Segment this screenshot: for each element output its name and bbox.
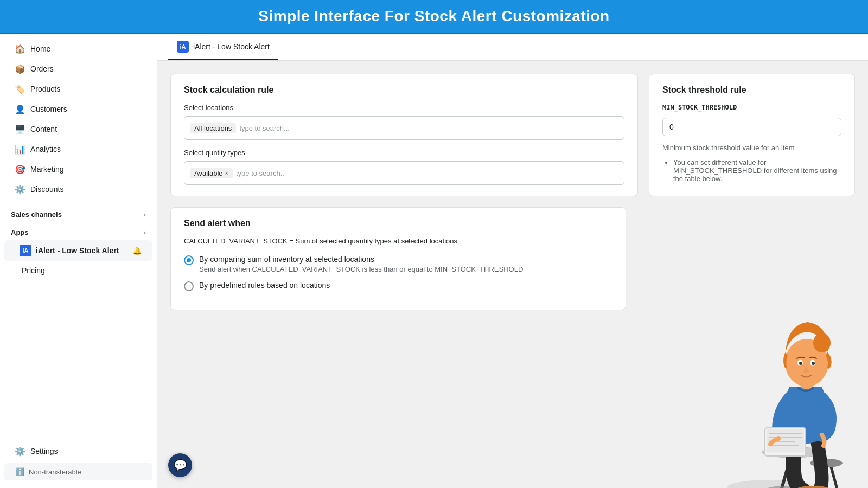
sidebar-item-customers[interactable]: 👤 Customers bbox=[4, 99, 152, 119]
all-locations-tag[interactable]: All locations bbox=[190, 123, 236, 133]
radio-label-1: By comparing sum of inventory at selecte… bbox=[199, 255, 523, 264]
non-transferable-label: Non-transferable bbox=[29, 468, 81, 476]
svg-line-1 bbox=[781, 452, 792, 488]
sidebar-label-orders: Orders bbox=[30, 65, 54, 73]
svg-point-23 bbox=[812, 362, 815, 365]
select-qty-types-label: Select quntity types bbox=[184, 149, 624, 157]
radio-circle-2[interactable] bbox=[184, 281, 194, 291]
svg-point-20 bbox=[797, 360, 803, 366]
sidebar-item-home[interactable]: 🏠 Home bbox=[4, 39, 152, 59]
radio-sublabel-1: Send alert when CALCULATED_VARIANT_STOCK… bbox=[199, 265, 523, 273]
sidebar-item-content[interactable]: 🖥️ Content bbox=[4, 119, 152, 139]
radio-option-1[interactable]: By comparing sum of inventory at selecte… bbox=[184, 255, 612, 273]
radio-option-2[interactable]: By predefined rules based on locations bbox=[184, 281, 612, 291]
sidebar-pricing-label: Pricing bbox=[22, 266, 45, 275]
content-icon: 🖥️ bbox=[15, 124, 25, 134]
sidebar-label-customers: Customers bbox=[30, 105, 67, 113]
customers-icon: 👤 bbox=[15, 104, 25, 114]
svg-point-9 bbox=[792, 484, 817, 488]
qty-types-tag-input[interactable]: Available × type to search... bbox=[184, 161, 624, 185]
sidebar-label-analytics: Analytics bbox=[30, 145, 61, 153]
app-icon-box: iA bbox=[20, 245, 31, 256]
min-stock-input[interactable] bbox=[662, 118, 841, 136]
banner: Simple Interface For Stock Alert Customi… bbox=[0, 0, 868, 34]
orders-icon: 📦 bbox=[15, 64, 25, 74]
info-icon: ℹ️ bbox=[15, 467, 24, 476]
svg-point-18 bbox=[785, 339, 828, 387]
send-alert-card: Send alert when CALCULTED_VARIANT_STOCK … bbox=[170, 207, 626, 310]
analytics-icon: 📊 bbox=[15, 144, 25, 154]
stock-calculation-rule-card: Stock calculation rule Select locations … bbox=[170, 74, 638, 196]
sidebar: 🏠 Home 📦 Orders 🏷️ Products 👤 Customers … bbox=[0, 34, 157, 488]
marketing-icon: 🎯 bbox=[15, 164, 25, 174]
sidebar-label-content: Content bbox=[30, 125, 57, 133]
locations-search-placeholder: type to search... bbox=[239, 124, 290, 132]
tab-ialert[interactable]: iA iAlert - Low Stock Alert bbox=[168, 34, 278, 60]
svg-point-19 bbox=[813, 333, 831, 352]
svg-point-21 bbox=[810, 360, 815, 366]
person-svg bbox=[662, 268, 868, 488]
calc-rule-title: Stock calculation rule bbox=[184, 85, 624, 95]
sidebar-pricing[interactable]: Pricing bbox=[4, 262, 152, 279]
home-icon: 🏠 bbox=[15, 44, 25, 54]
threshold-rule-title: Stock threshold rule bbox=[662, 85, 841, 95]
sidebar-app-name: iAlert - Low Stock Alert bbox=[36, 246, 119, 255]
sales-channels-section[interactable]: Sales channels › bbox=[0, 204, 157, 222]
apps-label: Apps bbox=[11, 228, 29, 236]
sidebar-label-products: Products bbox=[30, 85, 60, 93]
svg-point-2 bbox=[765, 486, 808, 488]
banner-title: Simple Interface For Stock Alert Customi… bbox=[258, 8, 609, 24]
formula-text: CALCULTED_VARIANT_STOCK = Sum of selecte… bbox=[184, 237, 612, 245]
svg-point-22 bbox=[799, 362, 802, 365]
sidebar-settings-label: Settings bbox=[30, 447, 58, 455]
tab-bar: iA iAlert - Low Stock Alert bbox=[157, 34, 868, 61]
apps-section[interactable]: Apps › bbox=[0, 222, 157, 240]
min-stock-field-label: MIN_STOCK_THRESHOLD bbox=[662, 104, 841, 111]
non-transferable-badge: ℹ️ Non-transferable bbox=[4, 463, 152, 480]
select-locations-label: Select locations bbox=[184, 104, 624, 112]
chevron-right-icon: › bbox=[144, 211, 146, 219]
illustration-area bbox=[662, 268, 868, 488]
available-tag-close[interactable]: × bbox=[225, 170, 228, 176]
sidebar-item-products[interactable]: 🏷️ Products bbox=[4, 79, 152, 99]
sidebar-label-home: Home bbox=[30, 44, 50, 53]
svg-rect-5 bbox=[774, 436, 784, 439]
available-tag[interactable]: Available × bbox=[190, 168, 233, 178]
svg-rect-17 bbox=[800, 374, 813, 389]
svg-point-10 bbox=[807, 485, 832, 488]
discounts-icon: ⚙️ bbox=[15, 184, 25, 194]
sidebar-item-analytics[interactable]: 📊 Analytics bbox=[4, 139, 152, 159]
sidebar-item-marketing[interactable]: 🎯 Marketing bbox=[4, 159, 152, 179]
chat-icon: 💬 bbox=[174, 459, 187, 472]
svg-rect-4 bbox=[773, 436, 785, 450]
notification-bell-icon: 🔔 bbox=[132, 246, 142, 255]
svg-rect-11 bbox=[765, 428, 806, 456]
radio-circle-1[interactable] bbox=[184, 255, 194, 265]
min-stock-hint: Minimum stock threshold value for an ite… bbox=[662, 144, 841, 152]
tab-app-icon: iA bbox=[177, 41, 189, 53]
svg-point-3 bbox=[762, 447, 822, 458]
sidebar-item-discounts[interactable]: ⚙️ Discounts bbox=[4, 179, 152, 199]
locations-tag-input[interactable]: All locations type to search... bbox=[184, 116, 624, 140]
apps-chevron-icon: › bbox=[144, 229, 146, 236]
svg-point-0 bbox=[727, 480, 814, 488]
sidebar-settings[interactable]: ⚙️ Settings bbox=[4, 441, 152, 461]
svg-point-8 bbox=[810, 459, 843, 467]
sidebar-item-orders[interactable]: 📦 Orders bbox=[4, 59, 152, 79]
tab-label: iAlert - Low Stock Alert bbox=[193, 42, 270, 51]
threshold-bullet-item: You can set different value for MIN_STOC… bbox=[673, 158, 837, 183]
send-alert-title: Send alert when bbox=[184, 219, 612, 228]
chat-button[interactable]: 💬 bbox=[168, 453, 192, 477]
settings-icon: ⚙️ bbox=[15, 446, 25, 456]
sales-channels-label: Sales channels bbox=[11, 210, 62, 219]
sidebar-label-discounts: Discounts bbox=[30, 185, 63, 194]
stock-threshold-rule-card: Stock threshold rule MIN_STOCK_THRESHOLD… bbox=[649, 74, 855, 196]
svg-line-6 bbox=[814, 463, 822, 488]
products-icon: 🏷️ bbox=[15, 84, 25, 94]
sidebar-label-marketing: Marketing bbox=[30, 165, 63, 174]
radio-label-2: By predefined rules based on locations bbox=[199, 281, 330, 290]
main-content: iA iAlert - Low Stock Alert Stock calcul… bbox=[157, 34, 868, 488]
sidebar-app-ialert[interactable]: iA iAlert - Low Stock Alert 🔔 bbox=[4, 240, 152, 261]
svg-rect-12 bbox=[767, 429, 804, 452]
qty-search-placeholder: type to search... bbox=[236, 169, 286, 177]
